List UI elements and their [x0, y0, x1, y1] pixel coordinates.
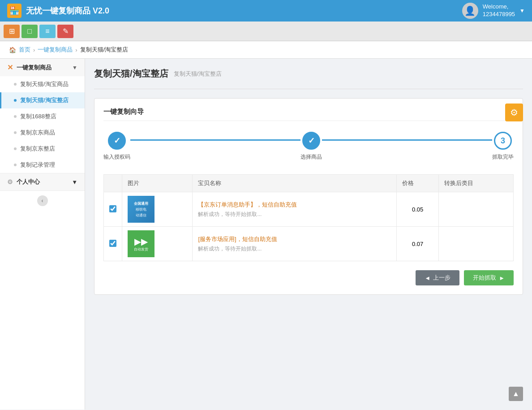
page-subtitle: 复制天猫/淘宝整店	[174, 70, 222, 78]
user-menu[interactable]: 👤 Welcome, 1234478995 ▼	[462, 3, 525, 19]
wizard-buttons: ◄ 上一步 开始抓取 ►	[103, 270, 514, 285]
sidebar-item-label: 复制京东商品	[20, 129, 55, 137]
copy-icon: ✕	[7, 63, 13, 72]
toolbar-btn2-icon: □	[27, 27, 32, 35]
sidebar-item-tmall-products[interactable]: 复制天猫/淘宝商品	[0, 76, 85, 92]
row1-name-link[interactable]: 【京东订单消息助手】，短信自助充值	[198, 201, 391, 209]
toolbar-btn-4[interactable]: ✎	[57, 25, 73, 38]
home-icon: 🏠	[9, 47, 16, 53]
row2-name-cell: [服务市场应用]，短信自助充值 解析成功，等待开始抓取...	[193, 227, 397, 261]
sidebar-item-jd-store[interactable]: 复制京东整店	[0, 141, 85, 157]
wizard-title: 一键复制向导	[103, 108, 144, 116]
toolbar-btn-1[interactable]: ⊞	[4, 25, 20, 38]
step3-label: 抓取完毕	[492, 153, 514, 161]
sidebar-collapse-btn[interactable]: ‹	[37, 195, 48, 206]
prev-label: 上一步	[433, 274, 450, 282]
gear-icon: ⚙	[7, 178, 13, 186]
row1-checkbox[interactable]	[109, 205, 116, 212]
sidebar-section-copy-header[interactable]: ✕ 一键复制商品 ▼	[0, 59, 85, 76]
start-icon: ►	[499, 275, 505, 281]
col-header-checkbox	[104, 175, 122, 192]
step1-icon: ✓	[114, 136, 120, 146]
breadcrumb-sep2: ›	[75, 47, 77, 53]
sidebar-section2-label: 个人中心	[17, 178, 40, 186]
header-left: 🏪 无忧一键复制商品 V2.0	[7, 4, 109, 18]
toolbar: ⊞ □ ≡ ✎	[0, 22, 532, 41]
dot-icon	[14, 83, 17, 86]
thumb1-line3: 动通信	[136, 213, 146, 218]
step1-circle: ✓	[108, 132, 126, 150]
prev-button[interactable]: ◄ 上一步	[416, 270, 459, 285]
start-label: 开始抓取	[473, 274, 496, 282]
sidebar-item-label: 复制天猫/淘宝商品	[20, 80, 69, 88]
main-content: 复制天猫/淘宝整店 复制天猫/淘宝整店 一键复制向导 ? ✓ 输入授权码	[85, 59, 532, 410]
sidebar-section2-header[interactable]: ⚙ 个人中心 ▼	[0, 173, 85, 190]
sidebar-section-copy: ✕ 一键复制商品 ▼ 复制天猫/淘宝商品 复制天猫/淘宝整店 复制1688整店	[0, 59, 85, 173]
breadcrumb-link1[interactable]: 一键复制商品	[38, 46, 73, 54]
step-line-1	[130, 139, 300, 141]
layout: ✕ 一键复制商品 ▼ 复制天猫/淘宝商品 复制天猫/淘宝整店 复制1688整店	[0, 59, 532, 410]
page-title: 复制天猫/淘宝整店	[94, 68, 168, 80]
collapse-icon: ‹	[42, 198, 43, 204]
dot-icon	[14, 164, 17, 166]
thumb2-label: 自动发货	[134, 247, 148, 252]
thumb2-icon: ▶▶	[134, 236, 148, 247]
row2-checkbox[interactable]	[109, 240, 116, 247]
dot-icon	[14, 147, 17, 150]
sidebar-section-personal: ⚙ 个人中心 ▼	[0, 173, 85, 191]
row2-price-cell: 0.07	[396, 227, 438, 261]
username-label: 1234478995	[483, 11, 515, 18]
thumb1-line1: 全国通用	[134, 201, 148, 206]
scroll-top-icon: ▲	[512, 390, 519, 398]
logo-icon: 🏪	[9, 6, 19, 16]
table-row: 全国通用 移联电 动通信 【京东订单消息助手】，短信自助充值 解析成功，等待开始…	[104, 192, 514, 227]
row2-thumbnail: ▶▶ 自动发货	[128, 230, 154, 257]
start-button[interactable]: 开始抓取 ►	[464, 270, 514, 285]
sidebar-item-label-active: 复制天猫/淘宝整店	[20, 96, 69, 104]
row2-checkbox-cell	[104, 227, 122, 261]
step3-icon: 3	[501, 136, 505, 146]
breadcrumb-current: 复制天猫/淘宝整店	[80, 46, 129, 54]
thumb1-line2: 移联电	[136, 207, 146, 212]
sidebar-item-tmall-store[interactable]: 复制天猫/淘宝整店	[0, 92, 85, 108]
settings-btn[interactable]: ⚙	[505, 104, 523, 121]
scroll-top-button[interactable]: ▲	[509, 387, 523, 401]
sidebar: ✕ 一键复制商品 ▼ 复制天猫/淘宝商品 复制天猫/淘宝整店 复制1688整店	[0, 59, 85, 410]
sidebar-item-jd-products[interactable]: 复制京东商品	[0, 125, 85, 141]
avatar: 👤	[462, 3, 478, 19]
col-header-name: 宝贝名称	[193, 175, 397, 192]
app-title: 无忧一键复制商品 V2.0	[26, 5, 109, 16]
product-table: 图片 宝贝名称 价格 转换后类目 全国通用 移	[103, 174, 514, 261]
wizard-panel: 一键复制向导 ? ✓ 输入授权码 ✓ 选择商品	[94, 98, 523, 295]
breadcrumb-sep1: ›	[33, 47, 35, 53]
sidebar-item-records[interactable]: 复制记录管理	[0, 157, 85, 173]
sidebar-item-1688[interactable]: 复制1688整店	[0, 108, 85, 125]
toolbar-btn-2[interactable]: □	[21, 25, 38, 38]
page-header: 复制天猫/淘宝整店 复制天猫/淘宝整店	[94, 68, 523, 80]
row1-price: 0.05	[412, 206, 423, 213]
step1-label: 输入授权码	[103, 153, 130, 161]
row1-name-cell: 【京东订单消息助手】，短信自助充值 解析成功，等待开始抓取...	[193, 192, 397, 227]
toolbar-btn-3[interactable]: ≡	[39, 25, 56, 38]
step2-circle: ✓	[302, 132, 320, 150]
toolbar-btn1-icon: ⊞	[9, 27, 15, 35]
row2-name-link[interactable]: [服务市场应用]，短信自助充值	[198, 235, 391, 243]
row1-status: 解析成功，等待开始抓取...	[198, 211, 262, 217]
dot-icon	[14, 131, 17, 134]
col-header-category: 转换后类目	[439, 175, 514, 192]
settings-icon: ⚙	[510, 107, 518, 118]
breadcrumb-home-link[interactable]: 首页	[19, 46, 30, 54]
dot-icon-active	[14, 99, 17, 102]
step-line-2	[322, 139, 492, 141]
row2-image-cell: ▶▶ 自动发货	[122, 227, 193, 261]
sidebar-section1-label: 一键复制商品	[17, 64, 51, 72]
wizard-header: 一键复制向导 ?	[103, 108, 514, 121]
prev-icon: ◄	[425, 275, 430, 281]
step2-icon: ✓	[308, 136, 315, 146]
dot-icon	[14, 115, 17, 118]
sidebar-item-label: 复制1688整店	[20, 112, 56, 121]
breadcrumb: 🏠 首页 › 一键复制商品 › 复制天猫/淘宝整店	[0, 41, 532, 59]
app-logo: 🏪	[7, 4, 21, 18]
section2-arrow-icon: ▼	[72, 179, 77, 186]
step-2: ✓ 选择商品	[300, 132, 322, 161]
